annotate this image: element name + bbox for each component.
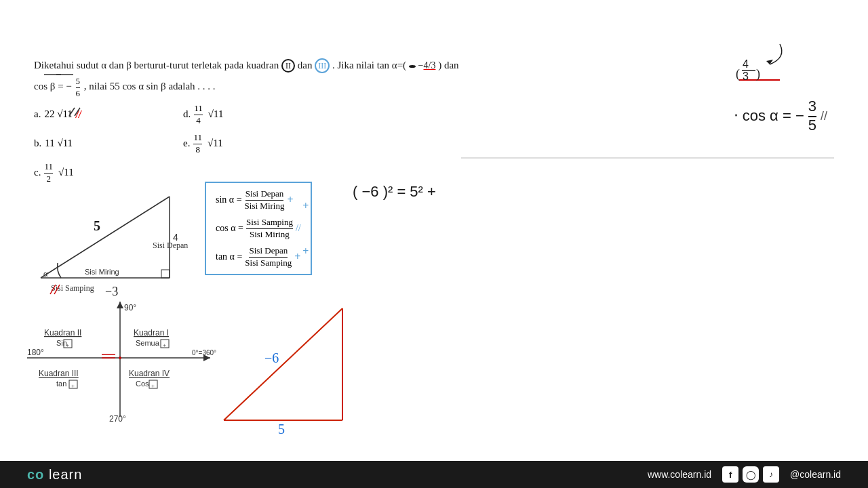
svg-point-58	[119, 357, 121, 359]
footer-logo-co: co	[27, 467, 44, 482]
svg-text:0°=360°: 0°=360°	[192, 349, 216, 357]
svg-text:3: 3	[743, 70, 749, 81]
footer-logo-learn: learn	[49, 467, 82, 482]
svg-text:Cos: Cos	[136, 380, 149, 388]
svg-rect-21	[161, 270, 170, 278]
answer-d-sqrt: √11	[208, 108, 224, 120]
sisi-depan-label: Sisi Depan	[153, 241, 188, 251]
svg-text:tan: tan	[56, 380, 66, 388]
answer-choices: a. 22 √11 // d. 11 4 √11 b. 11 √11 e.	[34, 103, 223, 184]
answer-a-label: a.	[34, 108, 41, 120]
cos-num: Sisi Samping	[246, 217, 293, 229]
footer-handle: @colearn.id	[790, 469, 841, 480]
main-content: Diketahui sudut α dan β berturut-turut t…	[0, 0, 868, 461]
footer: co learn www.colearn.id f ◯ ♪ @colearn.i…	[0, 461, 868, 488]
svg-text:Kuadran IV: Kuadran IV	[129, 369, 170, 378]
svg-text:+: +	[151, 382, 155, 389]
svg-text:270°: 270°	[109, 414, 126, 424]
answer-row-1: a. 22 √11 // d. 11 4 √11	[34, 103, 223, 125]
svg-text:α: α	[43, 270, 48, 278]
svg-text:): )	[756, 67, 760, 81]
quadrant-II-circle: II	[281, 59, 295, 73]
footer-social-icons: f ◯ ♪	[722, 466, 779, 483]
sin-plus: +	[287, 194, 293, 206]
svg-text:Sisi Miring: Sisi Miring	[85, 268, 119, 276]
svg-text:5: 5	[94, 218, 100, 233]
cos-fraction: Sisi Samping Sisi Miring	[246, 217, 293, 240]
cos-den: Sisi Miring	[250, 229, 290, 240]
svg-text:+: +	[163, 342, 166, 348]
answer-d-fraction: 11 4	[194, 103, 203, 125]
svg-text:+: +	[66, 342, 69, 348]
svg-text:180°: 180°	[27, 348, 44, 357]
answer-b-value: 11 √11	[45, 138, 73, 149]
svg-text:4: 4	[743, 58, 749, 70]
answer-d: d. 11 4 √11	[183, 103, 223, 125]
answer-c-fraction: 11 2	[44, 161, 53, 184]
sin-formula-row: sin α = Sisi Depan Sisi Miring +	[216, 188, 301, 211]
svg-line-63	[224, 308, 342, 420]
red-triangle-large: −6 5	[217, 302, 366, 437]
svg-text:Kuadran II: Kuadran II	[44, 328, 81, 338]
cos-alpha-label: ‧ cos α = −	[734, 107, 804, 125]
svg-text:−6: −6	[264, 350, 279, 365]
quadrant-III-circle: III	[315, 58, 330, 73]
footer-website: www.colearn.id	[648, 469, 711, 480]
svg-line-66	[69, 108, 75, 116]
footer-logo: co learn	[27, 467, 82, 483]
answer-row-2: b. 11 √11 e. 11 8 √11	[34, 132, 223, 155]
question-text-part3: −4/3	[418, 60, 436, 70]
cos-alpha-check: //	[821, 109, 827, 123]
sin-den: Sisi Miring	[245, 201, 285, 211]
quadrant-diagram: 90° 180° 0°=360° 270° Kuadran II Sin + K…	[24, 298, 217, 426]
answer-e: e. 11 8 √11	[183, 132, 223, 155]
answer-e-sqrt: √11	[208, 138, 223, 149]
footer-right-section: www.colearn.id f ◯ ♪ @colearn.id	[648, 466, 841, 483]
tan-label: tan α =	[216, 251, 242, 262]
svg-text:90°: 90°	[124, 303, 136, 312]
cos-beta-den: 6	[76, 88, 81, 99]
answer-c-sqrt: √11	[58, 167, 74, 178]
sin-label: sin α =	[216, 195, 242, 205]
cos-label: cos α =	[216, 223, 243, 234]
question-line1: Diketahui sudut α dan β berturut-turut t…	[34, 58, 459, 73]
svg-marker-36	[117, 302, 123, 308]
question-line2: cos β = − 5 6 , nilai 55 cos α sin β ada…	[34, 76, 216, 98]
answer-e-label: e.	[183, 138, 190, 149]
cos-alpha-num: 3	[808, 98, 816, 117]
blue-plus-bar: + +	[300, 183, 312, 274]
sin-fraction: Sisi Depan Sisi Miring	[245, 188, 285, 211]
question-dan2: ) dan	[438, 60, 458, 70]
answer-a-strikethrough	[66, 106, 83, 119]
cos-alpha-den: 5	[808, 117, 816, 134]
svg-text:Kuadran I: Kuadran I	[134, 328, 169, 338]
svg-text:5: 5	[278, 422, 285, 436]
tan-formula-row: tan α = Sisi Depan Sisi Samping +	[216, 245, 301, 268]
answer-b: b. 11 √11	[34, 138, 122, 149]
tan-annotation-top: ( 4 3 )	[732, 41, 800, 81]
facebook-icon: f	[722, 466, 738, 483]
cos-formula-row: cos α = Sisi Samping Sisi Miring //	[216, 217, 301, 240]
answer-b-label: b.	[34, 138, 41, 149]
cos-alpha-fraction: 3 5	[808, 98, 816, 134]
question-text-part2: . Jika nilai tan α=(	[332, 60, 406, 70]
instagram-icon: ◯	[743, 466, 759, 483]
tiktok-icon: ♪	[763, 466, 779, 483]
answer-e-fraction: 11 8	[193, 132, 202, 155]
cos-beta-text: cos β = −	[34, 81, 72, 92]
tan-fraction: Sisi Depan Sisi Samping	[245, 245, 292, 268]
cos-alpha-annotation: ‧ cos α = − 3 5 //	[734, 98, 827, 134]
cos-coeff-strikethrough	[44, 73, 61, 77]
answer-c-label: c.	[34, 167, 41, 178]
divider-line-right	[461, 156, 834, 160]
equation-annotation: ( −6 )² = 5² +	[353, 183, 436, 201]
tan-value-annotation	[409, 65, 416, 68]
tan-den: Sisi Samping	[245, 258, 292, 268]
cos-beta-fraction: 5 6	[76, 76, 81, 98]
question-text-part1: Diketahui sudut α dan β berturut-turut t…	[34, 60, 281, 70]
trig-formulas-box: sin α = Sisi Depan Sisi Miring + cos α =…	[205, 182, 312, 275]
svg-text:(: (	[736, 67, 740, 81]
answer-row-3: c. 11 2 √11	[34, 161, 223, 184]
tan-num: Sisi Depan	[249, 245, 288, 258]
question-dan: dan	[298, 60, 315, 70]
